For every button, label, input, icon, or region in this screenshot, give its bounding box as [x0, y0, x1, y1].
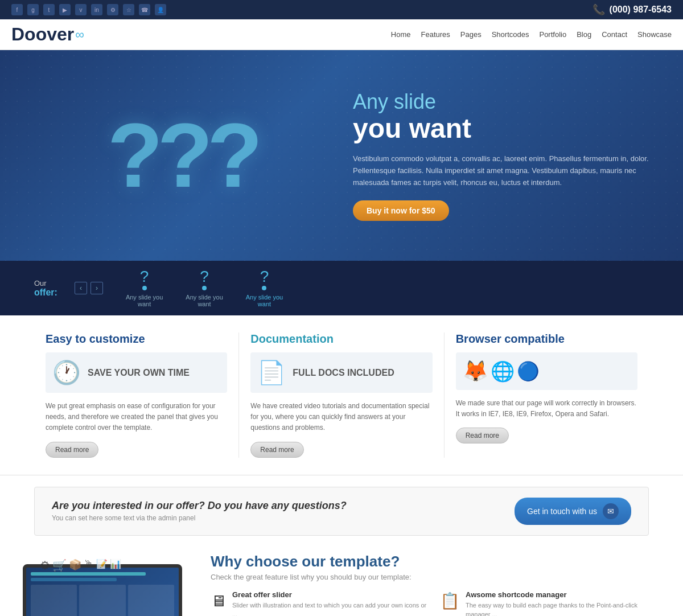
google-plus-icon[interactable]: g: [27, 4, 39, 15]
twitter-icon[interactable]: t: [43, 4, 55, 15]
feature-title-1: Easy to customize: [46, 332, 227, 346]
nav-contact[interactable]: Contact: [602, 30, 627, 39]
slide-label-3: Any slide youwant: [246, 294, 283, 307]
vimeo-icon[interactable]: v: [75, 4, 87, 15]
hero-description: Vestibulum commodo volutpat a, convallis…: [353, 153, 649, 188]
settings-icon[interactable]: ⚙: [107, 4, 118, 15]
box-float-icon: 📦: [69, 558, 81, 572]
slide-q-1: ?: [140, 269, 149, 285]
youtube-icon[interactable]: ▶: [59, 4, 71, 15]
chrome-icon: 🌐: [491, 360, 515, 383]
feat-desc-shortcode: The easy way to build each page thanks t…: [466, 601, 660, 616]
prev-slide-arrow[interactable]: ‹: [75, 282, 87, 294]
slider-arrows: ‹ ›: [75, 282, 103, 294]
ie-icon: 🔵: [517, 360, 540, 382]
feat-info-slider: Great offer slider Slider with illustrat…: [232, 590, 431, 616]
offer-word: offer:: [34, 288, 57, 297]
cart-float-icon: 🛒: [52, 558, 67, 572]
clock-icon: 🕐: [52, 359, 81, 386]
screen-block-1: [31, 585, 77, 616]
feat-item-slider: 🖥 Great offer slider Slider with illustr…: [211, 590, 431, 616]
nav-showcase[interactable]: Showcase: [637, 30, 672, 39]
cta-text: Are you interested in our offer? Do you …: [52, 500, 347, 522]
slide-item-3[interactable]: ? Any slide youwant: [246, 269, 283, 307]
hero-text-area: Any slide you want Vestibulum commodo vo…: [330, 90, 649, 220]
hero-content: ??? Any slide you want Vestibulum commod…: [0, 73, 683, 237]
slider-bottom-bar: Our offer: ‹ › ? Any slide youwant ? Any…: [0, 261, 683, 315]
slider-feature-icon: 🖥: [211, 592, 227, 610]
docs-icon: 📄: [257, 359, 286, 386]
feature-desc-2: We have created video tutorials and docu…: [250, 401, 432, 434]
feature-customize: Easy to customize 🕐 SAVE YOUR OWN TIME W…: [34, 332, 239, 458]
cta-subtext: You can set here some text via the admin…: [52, 514, 347, 522]
phone-icon: 📞: [593, 3, 605, 16]
main-navigation: Doover ∞ Home Features Pages Shortcodes …: [0, 19, 683, 50]
feat-desc-slider: Slider with illustration and text to whi…: [232, 601, 431, 616]
logo-text: Doover: [11, 24, 74, 45]
top-bar: f g t ▶ v in ⚙ ☆ ☎ 👤 📞 (000) 987-6543: [0, 0, 683, 19]
feat-item-shortcode: 📋 Awsome shortcode manager The easy way …: [440, 590, 660, 616]
linkedin-icon[interactable]: in: [91, 4, 102, 15]
chart-float-icon: 📊: [110, 558, 121, 572]
read-more-btn-1[interactable]: Read more: [46, 442, 98, 458]
feature-banner-1: 🕐 SAVE YOUR OWN TIME: [46, 352, 227, 393]
slide-item-1[interactable]: ? Any slide youwant: [126, 269, 163, 307]
feat-title-slider: Great offer slider: [232, 590, 431, 599]
phone-number: (000) 987-6543: [610, 5, 672, 15]
social-icons: f g t ▶ v in ⚙ ☆ ☎ 👤: [11, 4, 166, 15]
monitor-area: ⚙ 🛒 📦 🖱 📝 📊: [23, 553, 194, 616]
nav-pages[interactable]: Pages: [460, 30, 482, 39]
nav-blog[interactable]: Blog: [577, 30, 591, 39]
hero-question-marks: ???: [107, 114, 257, 196]
slide-label-2: Any slide youwant: [186, 294, 223, 307]
screen-content: [31, 585, 174, 616]
slide-dot-1: [142, 286, 147, 290]
cursor-float-icon: 🖱: [84, 558, 94, 572]
firefox-icon: 🦊: [463, 359, 488, 383]
screen-bar-1: [31, 572, 146, 576]
screen-inner: [26, 568, 179, 616]
nav-features[interactable]: Features: [421, 30, 450, 39]
why-title: Why choose our template?: [211, 553, 660, 570]
slide-dot-2: [202, 286, 207, 290]
slide-q-2: ?: [200, 269, 209, 285]
rss-icon[interactable]: ☎: [139, 4, 150, 15]
feature-banner-text-1: SAVE YOUR OWN TIME: [88, 367, 190, 378]
buy-button[interactable]: Buy it now for $50: [353, 200, 449, 221]
facebook-icon[interactable]: f: [11, 4, 23, 15]
features-grid: 🖥 Great offer slider Slider with illustr…: [211, 590, 660, 616]
gear-float-icon: ⚙: [40, 558, 50, 572]
cta-bar: Are you interested in our offer? Do you …: [34, 487, 649, 536]
shortcode-feature-icon: 📋: [440, 592, 460, 610]
offer-label: Our offer:: [34, 279, 57, 298]
feature-title-3: Browser compatible: [456, 332, 637, 346]
feature-banner-2: 📄 FULL DOCS INCLUDED: [250, 352, 432, 393]
screen-block-3: [128, 585, 174, 616]
slide-item-2[interactable]: ? Any slide youwant: [186, 269, 223, 307]
star-icon[interactable]: ☆: [123, 4, 134, 15]
why-subtitle: Check the great feature list why you sho…: [211, 573, 660, 581]
read-more-btn-3[interactable]: Read more: [456, 428, 509, 443]
nav-shortcodes[interactable]: Shortcodes: [492, 30, 529, 39]
cta-button[interactable]: Get in touch with us ✉: [515, 498, 631, 525]
cta-btn-label: Get in touch with us: [527, 507, 597, 516]
why-content: Why choose our template? Check the great…: [211, 553, 660, 616]
read-more-btn-2[interactable]: Read more: [250, 442, 303, 458]
nav-home[interactable]: Home: [391, 30, 411, 39]
next-slide-arrow[interactable]: ›: [90, 282, 103, 294]
cta-heading: Are you interested in our offer? Do you …: [52, 500, 347, 512]
feature-title-2: Documentation: [250, 332, 432, 346]
floating-icons: ⚙ 🛒 📦 🖱 📝 📊: [40, 558, 154, 572]
phone-area: 📞 (000) 987-6543: [593, 3, 672, 16]
feature-banner-text-2: FULL DOCS INCLUDED: [293, 367, 394, 378]
logo[interactable]: Doover ∞: [11, 24, 84, 45]
slide-dot-3: [262, 286, 266, 290]
screen-bar-2: [31, 578, 117, 581]
feat-title-shortcode: Awsome shortcode manager: [466, 590, 660, 599]
user-icon[interactable]: 👤: [155, 4, 166, 15]
feature-docs: Documentation 📄 FULL DOCS INCLUDED We ha…: [239, 332, 444, 458]
browser-icons: 🦊 🌐 🔵: [463, 359, 540, 383]
nav-portfolio[interactable]: Portfolio: [539, 30, 566, 39]
slide-label-1: Any slide youwant: [126, 294, 163, 307]
feature-banner-3: 🦊 🌐 🔵: [456, 352, 637, 390]
